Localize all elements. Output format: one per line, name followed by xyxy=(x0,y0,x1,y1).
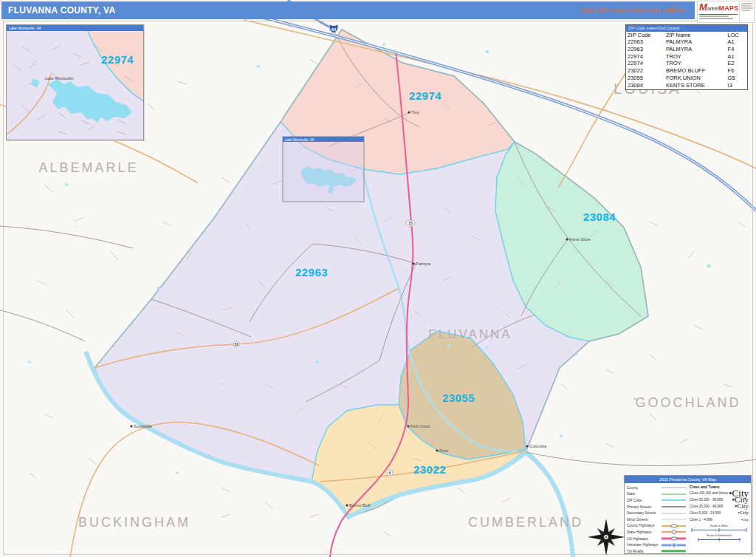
state-route-number: 53 xyxy=(234,343,238,346)
zip-table-title: ZIP Code Index/Grid Locator xyxy=(626,25,747,32)
legend-line-items: CountyStateZIP CodePrimary StreetsSecond… xyxy=(625,483,688,555)
legend-item-label: Primary Streets xyxy=(627,505,662,509)
legend-city-class-label: Cities 25,000 - 49,999 xyxy=(690,505,723,508)
legend-item-sample xyxy=(662,536,686,541)
legend-item: ZIP Code xyxy=(627,497,688,504)
scale-bar-miles: Scale in Miles xyxy=(690,524,749,533)
inset-lake-label: Lake Monticello xyxy=(45,76,73,81)
logo-m: M xyxy=(699,1,707,13)
legend-item-label: Toll Roads xyxy=(627,550,662,553)
table-cell: 22963 xyxy=(626,46,664,53)
logo-wordmark: MarketMAPS xyxy=(699,2,738,21)
table-cell: PALMYRA xyxy=(664,46,726,53)
table-cell: A1 xyxy=(726,38,747,46)
legend-sample-marker xyxy=(670,537,677,541)
county-label-cumberland: CUMBERLAND xyxy=(468,515,583,530)
town-dot xyxy=(130,425,132,427)
us-route-number: 15 xyxy=(408,221,413,225)
zip-label-23055: 23055 xyxy=(442,392,475,404)
legend-sample-line xyxy=(662,506,686,508)
town-dot xyxy=(407,425,409,427)
legend-city-class-label: Cities 50,000 - 99,999 xyxy=(690,498,723,502)
inset-canvas: 22974 Lake Monticello xyxy=(7,31,143,140)
legend-item-label: State Highways xyxy=(627,530,662,534)
town-dot xyxy=(526,445,528,447)
legend-item-label: Interstate Highways xyxy=(627,543,662,547)
legend-city-class-label: Cities 100,000 and Above xyxy=(690,491,728,495)
table-row: 22974TROYE2 xyxy=(626,60,747,67)
table-cell: FORK UNION xyxy=(664,75,726,82)
legend-sample-line xyxy=(662,493,686,495)
legend-item-sample xyxy=(662,505,686,509)
town-label-troy: Troy xyxy=(411,110,419,115)
logo-arket: arket xyxy=(707,6,719,11)
zip-table-column-header: LOC xyxy=(726,32,747,38)
zip-label-22963: 22963 xyxy=(295,266,328,278)
legend-item-label: Secondary Streets xyxy=(627,511,662,515)
zip-index-table: ZIP Code Index/Grid Locator ZIP CodeZIP … xyxy=(625,24,748,90)
table-cell: I3 xyxy=(726,82,747,89)
scale-bar-km: Scale in Kilometers xyxy=(690,534,749,542)
table-cell: TROY xyxy=(664,60,726,67)
legend-city-sample: •City xyxy=(741,518,749,522)
table-row: 23022BREMO BLUFFF6 xyxy=(626,67,747,75)
legend-item-sample xyxy=(662,485,686,490)
town-dot xyxy=(408,111,410,113)
legend-city-class: Cities 5,000 - 24,999•City xyxy=(690,510,749,516)
map-page: Lake Monticello, VA 6415536 TroyPalmyraK… xyxy=(0,0,756,557)
table-cell: 23022 xyxy=(626,67,664,75)
town-label-fork-union: Fork Union xyxy=(410,424,430,428)
zip-label-23022: 23022 xyxy=(413,463,446,476)
legend-item-sample xyxy=(662,549,686,553)
legend-item-sample xyxy=(662,511,686,516)
table-cell: KENTS STORE xyxy=(664,82,726,89)
county-label-fluvanna: FLUVANNA xyxy=(428,327,512,341)
town-dot xyxy=(346,504,348,506)
legend-item-sample xyxy=(662,543,686,547)
legend-item-sample xyxy=(662,498,686,502)
town-label-scottsville: Scottsville xyxy=(134,424,152,428)
legend-sample-marker xyxy=(672,530,676,534)
county-label-albemarle: ALBEMARLE xyxy=(38,160,138,175)
town-label-dixie: Dixie xyxy=(439,448,448,453)
legend-item: Interstate Highways xyxy=(627,541,688,548)
town-dot xyxy=(412,262,414,264)
table-cell: 22974 xyxy=(626,53,664,61)
table-row: 23055FORK UNIONG5 xyxy=(626,75,747,82)
logo-fineprint xyxy=(739,2,753,21)
inset-source-rect: Lake Monticello, VA xyxy=(283,137,364,202)
legend-item: State xyxy=(627,491,688,498)
inset-zip-label: 22974 xyxy=(101,53,134,66)
legend-sample-marker xyxy=(671,542,676,547)
legend-item: Secondary Streets xyxy=(627,510,688,516)
legend-city-class: Cities 1 - 4,999•City xyxy=(690,516,749,523)
town-label-palmyra: Palmyra xyxy=(416,262,431,266)
town-label-columbia: Columbia xyxy=(529,444,547,448)
page-title: FLUVANNA COUNTY, VA xyxy=(1,5,115,16)
legend-sample-line xyxy=(662,550,686,553)
table-cell: 22963 xyxy=(626,38,664,46)
legend-item-label: State xyxy=(627,492,662,496)
map-legend: 2021 Fluvanna County, VA Map CountyState… xyxy=(624,475,752,554)
inset-map: Lake Monticello, VA 22974 Lake Monticell… xyxy=(6,24,144,140)
legend-item-label: County xyxy=(627,486,662,490)
legend-item-sample xyxy=(662,524,686,528)
legend-sample-line xyxy=(662,513,686,513)
table-row: 23084KENTS STOREI3 xyxy=(626,82,747,89)
town-dot xyxy=(566,238,568,240)
edition-label: 2021 ZIP Code ColorCast Edition xyxy=(581,7,695,14)
zip-table-column-header: ZIP Code xyxy=(626,32,664,38)
legend-item: State Highways xyxy=(627,529,688,536)
legend-item: Primary Streets xyxy=(627,504,688,510)
town-label-bremo-bluff: Bremo Bluff xyxy=(349,503,371,508)
table-cell: F6 xyxy=(726,67,747,75)
table-row: 22974TROYA1 xyxy=(626,53,747,61)
legend-sample-line xyxy=(662,488,686,488)
town-label-kents-store: Kents Store xyxy=(569,237,591,242)
legend-item: Toll Roads xyxy=(627,548,688,555)
zip-label-22974: 22974 xyxy=(409,89,441,102)
legend-item: County xyxy=(627,485,688,491)
table-row: 22963PALMYRAF4 xyxy=(626,46,747,53)
header-bar: FLUVANNA COUNTY, VA 2021 ZIP Code ColorC… xyxy=(1,1,695,19)
table-row: 22963PALMYRAA1 xyxy=(626,38,747,46)
